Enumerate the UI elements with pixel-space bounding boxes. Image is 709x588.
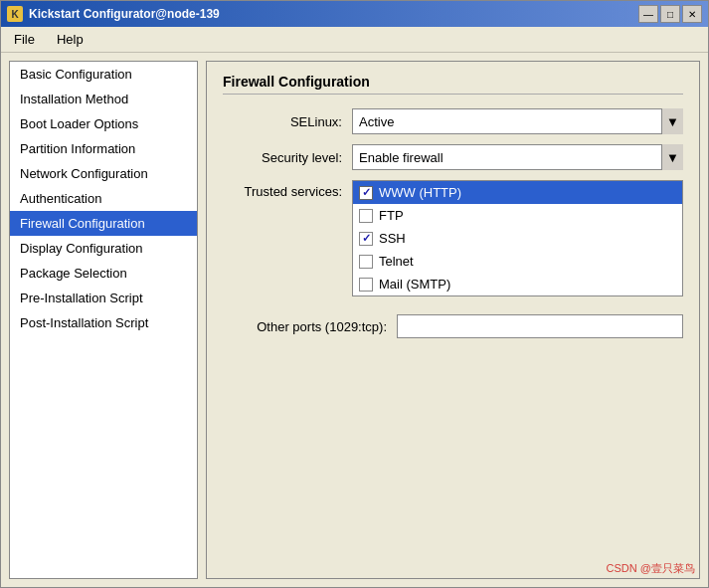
menu-file[interactable]: File xyxy=(5,29,44,50)
sidebar-item-installation-method[interactable]: Installation Method xyxy=(10,87,197,111)
app-icon: K xyxy=(7,6,23,22)
other-ports-row: Other ports (1029:tcp): xyxy=(223,314,683,338)
trusted-services-label: Trusted services: xyxy=(223,180,342,199)
security-level-select-container: Enable firewall Disable firewall No fire… xyxy=(352,144,683,170)
sidebar-item-post-installation-script[interactable]: Post-Installation Script xyxy=(10,310,197,335)
sidebar-item-display-configuration[interactable]: Display Configuration xyxy=(10,236,197,261)
selinux-row: SELinux: Active Permissive Disabled ▼ xyxy=(223,108,683,134)
sidebar-item-basic-configuration[interactable]: Basic Configuration xyxy=(10,62,197,87)
service-checkbox-ftp[interactable]: ✓ xyxy=(359,209,373,223)
trusted-services-section: Trusted services: ✓ WWW (HTTP) ✓ FTP xyxy=(223,180,683,296)
other-ports-label: Other ports (1029:tcp): xyxy=(223,319,387,334)
other-ports-input[interactable] xyxy=(397,314,683,338)
window-title: Kickstart Configurator@node-139 xyxy=(29,7,220,21)
service-checkbox-ssh[interactable]: ✓ xyxy=(359,232,373,246)
sidebar-item-package-selection[interactable]: Package Selection xyxy=(10,261,197,286)
selinux-control: Active Permissive Disabled ▼ xyxy=(352,108,683,134)
maximize-button[interactable]: □ xyxy=(660,5,680,23)
service-item-ftp[interactable]: ✓ FTP xyxy=(353,204,682,227)
service-label-ssh: SSH xyxy=(379,231,406,246)
title-bar-left: K Kickstart Configurator@node-139 xyxy=(7,6,220,22)
service-item-www[interactable]: ✓ WWW (HTTP) xyxy=(353,181,682,204)
service-item-telnet[interactable]: ✓ Telnet xyxy=(353,250,682,273)
service-checkbox-telnet[interactable]: ✓ xyxy=(359,255,373,269)
main-window: K Kickstart Configurator@node-139 — □ ✕ … xyxy=(0,0,709,588)
security-level-label: Security level: xyxy=(223,150,342,165)
minimize-button[interactable]: — xyxy=(638,5,658,23)
service-checkbox-mail[interactable]: ✓ xyxy=(359,278,373,292)
service-label-ftp: FTP xyxy=(379,208,404,223)
sidebar-item-authentication[interactable]: Authentication xyxy=(10,186,197,211)
watermark: CSDN @壹只菜鸟 xyxy=(607,561,695,576)
sidebar-item-boot-loader-options[interactable]: Boot Loader Options xyxy=(10,111,197,136)
close-button[interactable]: ✕ xyxy=(682,5,702,23)
sidebar-item-network-configuration[interactable]: Network Configuration xyxy=(10,161,197,186)
service-label-www: WWW (HTTP) xyxy=(379,185,461,200)
selinux-select[interactable]: Active Permissive Disabled xyxy=(352,108,683,134)
sidebar: Basic Configuration Installation Method … xyxy=(9,61,198,579)
security-level-select[interactable]: Enable firewall Disable firewall No fire… xyxy=(352,144,683,170)
menubar: File Help xyxy=(1,27,708,53)
services-list: ✓ WWW (HTTP) ✓ FTP ✓ SSH xyxy=(352,180,683,296)
checkmark-ssh: ✓ xyxy=(362,232,371,245)
selinux-label: SELinux: xyxy=(223,114,342,129)
service-checkbox-www[interactable]: ✓ xyxy=(359,186,373,200)
service-label-mail: Mail (SMTP) xyxy=(379,277,450,292)
sidebar-item-firewall-configuration[interactable]: Firewall Configuration xyxy=(10,211,197,236)
title-controls: — □ ✕ xyxy=(638,5,702,23)
security-level-control: Enable firewall Disable firewall No fire… xyxy=(352,144,683,170)
service-item-ssh[interactable]: ✓ SSH xyxy=(353,227,682,250)
selinux-select-container: Active Permissive Disabled ▼ xyxy=(352,108,683,134)
main-panel: Firewall Configuration SELinux: Active P… xyxy=(206,61,700,579)
title-bar: K Kickstart Configurator@node-139 — □ ✕ xyxy=(1,1,708,27)
service-label-telnet: Telnet xyxy=(379,254,414,269)
security-level-row: Security level: Enable firewall Disable … xyxy=(223,144,683,170)
sidebar-item-partition-information[interactable]: Partition Information xyxy=(10,136,197,161)
menu-help[interactable]: Help xyxy=(48,29,92,50)
panel-title: Firewall Configuration xyxy=(223,74,683,95)
content-area: Basic Configuration Installation Method … xyxy=(1,53,708,587)
service-item-mail[interactable]: ✓ Mail (SMTP) xyxy=(353,273,682,295)
sidebar-item-pre-installation-script[interactable]: Pre-Installation Script xyxy=(10,286,197,310)
checkmark-www: ✓ xyxy=(362,186,371,199)
